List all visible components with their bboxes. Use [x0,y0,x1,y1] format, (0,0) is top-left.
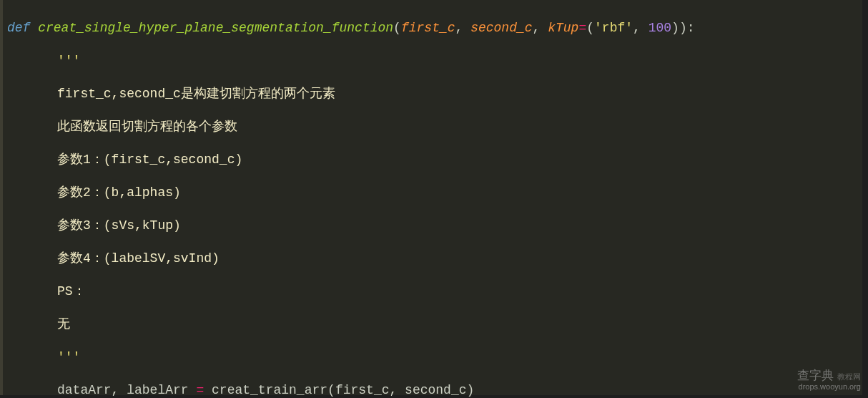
keyword-def: def [7,21,30,35]
code-line: 参数2：(b,alphas) [7,185,855,201]
param: first_c [401,21,455,35]
code-line: PS： [7,283,855,300]
function-name: creat_single_hyper_plane_segmentation_fu… [38,21,393,35]
code-line: 无 [7,316,855,333]
code-line: 参数3：(sVs,kTup) [7,218,855,234]
code-editor[interactable]: def creat_single_hyper_plane_segmentatio… [0,0,862,395]
code-line: def creat_single_hyper_plane_segmentatio… [7,20,855,37]
docstring-open: ''' [57,54,80,68]
code-line: 参数1：(first_c,second_c) [7,152,855,168]
docstring-close: ''' [57,350,80,364]
code-line: 此函数返回切割方程的各个参数 [7,119,855,135]
param: second_c [470,21,532,35]
code-line: dataArr, labelArr = creat_train_arr(firs… [7,382,855,398]
code-line: ''' [7,53,855,69]
code-line: first_c,second_c是构建切割方程的两个元素 [7,86,855,102]
code-line: 参数4：(labelSV,svInd) [7,251,855,267]
code-line: ''' [7,349,855,366]
param: kTup [548,21,578,35]
